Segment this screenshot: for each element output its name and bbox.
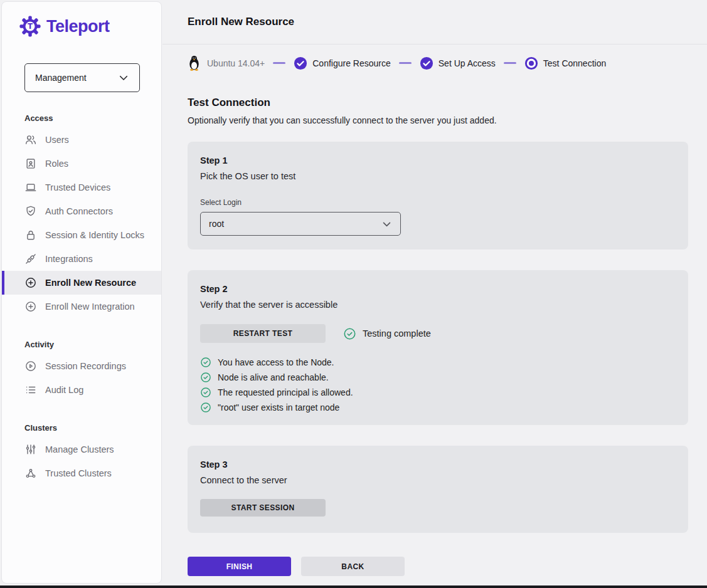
step-current-ring-icon [524,56,538,70]
testing-status: Testing complete [343,327,431,340]
footer-actions: FINISH BACK [188,557,688,576]
success-check-icon [200,357,211,368]
stepper-resource: Ubuntu 14.04+ [186,55,265,71]
stepper-resource-label: Ubuntu 14.04+ [207,58,265,68]
chevron-down-icon [381,219,392,229]
restart-test-button[interactable]: RESTART TEST [200,324,326,343]
sidebar-item-users[interactable]: Users [2,128,161,152]
stepper-step-test-connection: Test Connection [524,56,606,70]
sidebar-item-audit-log[interactable]: Audit Log [2,378,161,402]
linux-tux-icon [186,55,202,71]
list-icon [24,384,37,396]
sidebar-item-enroll-new-resource[interactable]: Enroll New Resource [2,271,161,295]
stepper-dash [273,62,285,64]
page-header: Enroll New Resource [162,0,707,45]
sidebar-item-roles[interactable]: Roles [2,152,161,176]
roles-icon [24,157,37,170]
sidebar-item-label: Integrations [45,254,93,264]
plug-icon [24,253,37,265]
lock-icon [24,229,37,241]
step3-title: Step 3 [200,459,676,470]
step1-title: Step 1 [200,155,676,165]
sidebar-item-label: Enroll New Resource [45,278,136,288]
sliders-icon [24,443,37,456]
select-login-dropdown[interactable]: root [200,212,401,236]
sidebar-item-label: Session Recordings [45,361,126,371]
sidebar-item-label: Session & Identity Locks [45,230,144,240]
sidebar-item-label: Trusted Clusters [45,468,112,478]
back-button[interactable]: BACK [301,557,405,576]
sidebar-section-activity: Activity [24,340,161,349]
workspace-selector-value: Management [35,73,87,83]
sidebar-item-label: Users [45,135,69,145]
sidebar-item-session-recordings[interactable]: Session Recordings [2,354,161,378]
main-area: Enroll New Resource Ubuntu 14.04+ [162,0,707,588]
check-item: Node is alive and reachable. [200,372,676,383]
sidebar-item-label: Enroll New Integration [45,302,135,312]
step2-title: Step 2 [200,284,676,294]
success-check-icon [343,327,356,340]
sidebar: T Teleport Management Access Users Roles… [1,1,162,584]
step1-card: Step 1 Pick the OS user to test Select L… [188,142,688,249]
section-title: Test Connection [188,97,688,109]
check-item-label: "root" user exists in target node [218,402,339,412]
select-login-label: Select Login [200,198,676,207]
sidebar-item-session-identity-locks[interactable]: Session & Identity Locks [2,223,161,247]
sidebar-item-trusted-devices[interactable]: Trusted Devices [2,176,161,199]
chevron-down-icon [118,72,129,83]
stepper-step-label: Test Connection [543,58,606,68]
step2-description: Verify that the server is accessible [200,300,676,310]
plus-circle-icon [24,300,37,313]
success-check-icon [200,372,211,383]
step3-card: Step 3 Connect to the server START SESSI… [188,446,688,533]
page-title: Enroll New Resource [188,16,294,28]
check-item: "root" user exists in target node [200,402,676,413]
step2-card: Step 2 Verify that the server is accessi… [188,270,688,425]
content: Test Connection Optionally verify that y… [162,97,707,576]
sidebar-item-label: Auth Connectors [45,206,113,216]
check-item-label: The requested principal is allowed. [218,387,353,397]
svg-text:T: T [28,22,33,31]
stepper-dash [399,62,412,64]
sidebar-section-access: Access [24,113,161,123]
sidebar-item-label: Manage Clusters [45,444,114,454]
network-nodes-icon [24,467,37,480]
sidebar-item-trusted-clusters[interactable]: Trusted Clusters [2,461,161,485]
check-item: The requested principal is allowed. [200,387,676,398]
users-icon [24,134,37,146]
check-item: You have access to the Node. [200,357,676,368]
sidebar-item-label: Trusted Devices [45,182,110,192]
step1-description: Pick the OS user to test [200,171,676,181]
start-session-button[interactable]: START SESSION [200,499,326,517]
workspace-selector[interactable]: Management [24,63,140,92]
step-done-check-icon [420,56,433,70]
success-check-icon [200,387,211,398]
check-list: You have access to the Node. Node is ali… [200,357,676,413]
step-done-check-icon [294,56,307,70]
sidebar-item-integrations[interactable]: Integrations [2,247,161,271]
step3-description: Connect to the server [200,475,676,485]
laptop-icon [24,181,37,194]
stepper-step-label: Set Up Access [439,58,496,68]
finish-button[interactable]: FINISH [188,557,291,576]
sidebar-item-label: Audit Log [45,385,83,395]
sidebar-item-label: Roles [45,159,68,169]
sidebar-item-enroll-new-integration[interactable]: Enroll New Integration [2,295,161,318]
window-bottom-edge [0,585,707,588]
teleport-gear-icon: T [19,16,41,37]
select-login-value: root [209,219,224,229]
play-circle-icon [24,360,37,372]
testing-status-label: Testing complete [363,328,431,339]
brand-name: Teleport [46,17,110,36]
check-item-label: Node is alive and reachable. [218,372,329,382]
plus-circle-icon [24,276,37,289]
check-item-label: You have access to the Node. [218,357,334,367]
shield-check-icon [24,205,37,218]
sidebar-section-clusters: Clusters [24,423,161,433]
stepper-step-set-up-access: Set Up Access [420,56,496,70]
teleport-logo[interactable]: T Teleport [2,2,161,37]
sidebar-item-auth-connectors[interactable]: Auth Connectors [2,199,161,223]
success-check-icon [200,402,211,413]
sidebar-item-manage-clusters[interactable]: Manage Clusters [2,438,161,461]
stepper: Ubuntu 14.04+ Configure Resource Set Up … [162,45,707,75]
